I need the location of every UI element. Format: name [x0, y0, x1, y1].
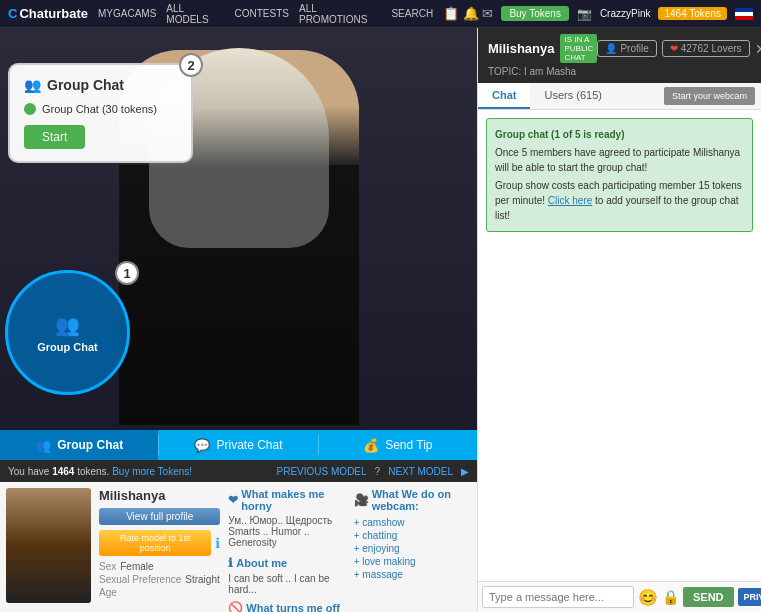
- next-arrow-icon: ▶: [461, 466, 469, 477]
- webcam-item-4: + massage: [354, 568, 471, 581]
- nav-search[interactable]: Search: [391, 8, 433, 19]
- attachment-icon[interactable]: 🔒: [662, 589, 679, 605]
- in-public-chat-badge: IS IN A PUBLIC CHAT: [560, 34, 597, 63]
- username: CrazzyPink: [600, 8, 651, 19]
- profile-name: Milishanya: [99, 488, 220, 503]
- nav-allmodels[interactable]: All Models: [166, 3, 224, 25]
- webcam-item-1: + chatting: [354, 529, 471, 542]
- nav-mygacams[interactable]: MyGacams: [98, 8, 156, 19]
- chat-tabs: Chat Users (615) Start your webcam: [478, 83, 761, 110]
- webcam-list: + camshow + chatting + enjoying + love m…: [354, 516, 471, 581]
- start-button[interactable]: Start: [24, 125, 85, 149]
- turns-off-heading: 🚫 What turns me off: [228, 601, 345, 612]
- popup-option[interactable]: Group Chat (30 tokens): [24, 103, 177, 115]
- next-model-link[interactable]: NEXT MODEL: [388, 466, 453, 477]
- icons-bar: 📋 🔔 ✉: [443, 6, 493, 21]
- close-icon[interactable]: ✕: [755, 41, 761, 57]
- previous-model-link[interactable]: PREVIOUS MODEL: [277, 466, 367, 477]
- topic-text: TOPIC: I am Masha: [488, 66, 751, 77]
- video-container: 2 👥 Group Chat Group Chat (30 tokens) St…: [0, 28, 477, 430]
- webcam-item-2: + enjoying: [354, 542, 471, 555]
- token-bar: You have 1464 tokens. Buy more Tokens! P…: [0, 460, 477, 482]
- group-chat-tab[interactable]: 👥 Group Chat: [0, 430, 158, 460]
- makes-horny-section: ❤ What makes me horny Ум.. Юмор.. Щедрос…: [228, 488, 345, 606]
- makes-horny-icon: ❤ What makes me horny: [228, 488, 345, 512]
- webcam-section: 🎥 What We do on webcam: + camshow + chat…: [354, 488, 471, 606]
- profile-button[interactable]: 👤 Profile: [597, 40, 656, 57]
- webcam-item-0: + camshow: [354, 516, 471, 529]
- model-header-name: Milishanya: [488, 41, 554, 56]
- flag-icon: [735, 8, 753, 20]
- logo: CChaturbate: [8, 6, 88, 21]
- tab-users[interactable]: Users (615): [530, 83, 615, 109]
- bottom-tabs: 👥 Group Chat 💬 Private Chat 💰 Send Tip: [0, 430, 477, 460]
- system-message-line1: Once 5 members have agreed to participat…: [495, 145, 744, 175]
- lovers-button[interactable]: ❤ 42762 Lovers: [662, 40, 750, 57]
- chat-input-bar: 😊 🔒 SEND PRIVATE MESSAGE: [478, 581, 761, 612]
- age-row: Age: [99, 587, 220, 598]
- info-sections: ❤ What makes me horny Ум.. Юмор.. Щедрос…: [228, 488, 471, 606]
- nav-contests[interactable]: Contests: [235, 8, 289, 19]
- group-chat-tab-icon: 👥: [35, 438, 51, 453]
- header-nav: MyGacams All Models Contests All Promoti…: [98, 3, 433, 25]
- token-badge: 1464 Tokens: [658, 7, 727, 20]
- profile-section: Milishanya View full profile Rate model …: [0, 482, 477, 612]
- popup-circle-number: 2: [179, 53, 203, 77]
- buy-tokens-button[interactable]: Buy Tokens: [501, 6, 569, 21]
- system-message: Group chat (1 of 5 is ready) Once 5 memb…: [486, 118, 753, 232]
- view-profile-button[interactable]: View full profile: [99, 508, 220, 525]
- sexual-pref-row: Sexual Preference Straight: [99, 574, 220, 585]
- model-header: Milishanya IS IN A PUBLIC CHAT 👤 Profile…: [478, 28, 761, 83]
- group-chat-overlay[interactable]: 1 👥 Group Chat: [5, 270, 130, 395]
- left-panel: 2 👥 Group Chat Group Chat (30 tokens) St…: [0, 28, 477, 612]
- profile-icon: 👤: [605, 43, 617, 54]
- camera-icon: 📷: [577, 7, 592, 21]
- group-chat-label: Group Chat: [37, 341, 98, 353]
- help-icon[interactable]: ?: [375, 466, 381, 477]
- nav-promotions[interactable]: All Promotions: [299, 3, 381, 25]
- webcam-heading: 🎥 What We do on webcam:: [354, 488, 471, 512]
- model-actions: 👤 Profile ❤ 42762 Lovers ✕: [597, 40, 761, 57]
- about-icon: ℹ About me: [228, 556, 345, 570]
- chat-input[interactable]: [482, 586, 634, 608]
- profile-info: Milishanya View full profile Rate model …: [99, 488, 220, 606]
- tab-chat[interactable]: Chat: [478, 83, 530, 109]
- model-nav: PREVIOUS MODEL ? NEXT MODEL ▶: [277, 466, 469, 477]
- header: CChaturbate MyGacams All Models Contests…: [0, 0, 761, 28]
- rate-model-button[interactable]: Rate model to 1st position: [99, 530, 211, 556]
- makes-horny-text: Ум.. Юмор.. Щедрость Smarts .. Humor .. …: [228, 515, 345, 548]
- profile-photo: [6, 488, 91, 603]
- about-text: I can be soft .. I can be hard...: [228, 573, 345, 595]
- system-message-title: Group chat (1 of 5 is ready): [495, 127, 744, 142]
- send-tip-icon: 💰: [363, 438, 379, 453]
- start-webcam-button[interactable]: Start your webcam: [664, 87, 755, 105]
- chat-messages: Group chat (1 of 5 is ready) Once 5 memb…: [478, 110, 761, 581]
- info-icon[interactable]: ℹ: [215, 535, 220, 551]
- send-tip-tab[interactable]: 💰 Send Tip: [319, 430, 477, 460]
- private-message-button[interactable]: PRIVATE MESSAGE: [738, 588, 761, 606]
- buy-tokens-link[interactable]: Buy more Tokens!: [112, 466, 192, 477]
- click-here-link[interactable]: Click here: [548, 195, 592, 206]
- private-chat-tab[interactable]: 💬 Private Chat: [159, 430, 317, 460]
- token-info: You have 1464 tokens. Buy more Tokens!: [8, 466, 192, 477]
- overlay-circle-number: 1: [115, 261, 139, 285]
- private-chat-icon: 💬: [194, 438, 210, 453]
- system-message-line2: Group show costs each participating memb…: [495, 178, 744, 223]
- send-button[interactable]: SEND: [683, 587, 734, 607]
- emoji-icon[interactable]: 😊: [638, 588, 658, 607]
- right-panel: Milishanya IS IN A PUBLIC CHAT 👤 Profile…: [477, 28, 761, 612]
- webcam-item-3: + love making: [354, 555, 471, 568]
- sex-row: Sex Female: [99, 561, 220, 572]
- group-icon: 👥: [24, 77, 41, 93]
- popup-title: 👥 Group Chat: [24, 77, 177, 93]
- header-right: 📋 🔔 ✉ Buy Tokens 📷 CrazzyPink 1464 Token…: [443, 6, 753, 21]
- group-chat-popup: 2 👥 Group Chat Group Chat (30 tokens) St…: [8, 63, 193, 163]
- group-chat-icon: 👥: [55, 313, 80, 337]
- heart-icon: ❤: [670, 43, 678, 54]
